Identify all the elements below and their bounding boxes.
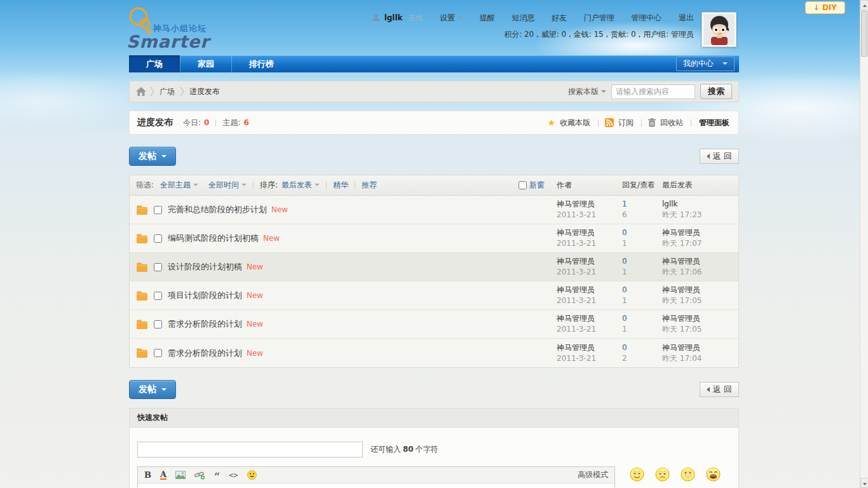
username[interactable]: lgllk [384,13,403,22]
thread-checkbox[interactable] [154,206,162,214]
divider [641,119,642,126]
scroll-up-button[interactable] [860,0,868,10]
thread-title-link[interactable]: 完善和总结阶段的初步计划 [168,205,267,214]
nav-item-ranking[interactable]: 排行榜 [231,55,291,72]
thread-title-link[interactable]: 需求分析阶段的计划 [168,319,242,329]
lastpost-user-link[interactable]: 神马管理员 [662,313,738,324]
thread-title-link[interactable]: 项目计划阶段的计划 [168,290,242,300]
site-logo[interactable]: 神马小组论坛 Smarter [125,4,252,55]
nav-item-home[interactable]: 家园 [180,55,231,72]
thread-title-link[interactable]: 编码测试阶段的计划初稿 [168,233,259,243]
page-scrollbar[interactable] [860,0,868,488]
divider [691,119,691,126]
favorite-forum-link[interactable]: 收藏本版 [560,118,590,128]
view-count: 1 [622,267,662,278]
lastpost-time: 昨天 17:23 [662,210,738,220]
menu-portal-admin[interactable]: 门户管理 [584,13,614,22]
admin-panel-link[interactable]: 管理面板 [699,118,729,128]
code-icon[interactable]: <> [229,471,238,480]
insert-link-icon[interactable] [194,471,205,480]
advanced-mode-link[interactable]: 高级模式 [578,470,608,480]
subscribe-link[interactable]: 订阅 [618,118,634,128]
reply-count[interactable]: 0 [622,342,662,353]
scroll-down-button[interactable] [860,478,868,488]
menu-settings[interactable]: 设置 [440,13,455,22]
subject-input[interactable] [137,442,363,458]
recommend-link[interactable]: 推荐 [362,180,377,191]
thread-checkbox[interactable] [154,263,162,271]
smiley-frown-icon[interactable] [655,467,670,484]
user-text: lgllk 在线 设置 提醒 短消息 好友 门户管理 管理中心 退出 [372,12,694,39]
topics-value: 6 [243,118,248,127]
lastpost-user-link[interactable]: 神马管理员 [662,285,738,295]
home-icon[interactable] [136,87,146,96]
reply-count[interactable]: 0 [622,227,662,238]
lastpost-user-link[interactable]: 神马管理员 [662,227,738,238]
lastpost-user-link[interactable]: lgllk [662,199,738,210]
sort-lastpost-dropdown[interactable]: 最后发表 [281,180,320,191]
menu-logout[interactable]: 退出 [679,13,694,22]
smiley-smile-icon[interactable] [630,467,644,484]
thread-title-link[interactable]: 设计阶段的计划初稿 [168,262,242,271]
thread-lastpost-cell: 神马管理员昨天 17:07 [662,227,738,249]
thread-checkbox[interactable] [154,349,162,357]
font-color-icon[interactable]: A [160,471,166,480]
search-button[interactable]: 搜索 [700,84,732,99]
thread-author-link[interactable]: 神马管理员 [557,227,622,238]
recycle-bin-link[interactable]: 回收站 [660,118,683,128]
thread-lastpost-cell: 神马管理员昨天 17:05 [662,313,738,335]
reply-count[interactable]: 0 [622,313,662,324]
menu-notifications[interactable]: 提醒 [480,13,495,22]
nav-item-square[interactable]: 广场 [129,55,180,72]
smiley-cry-icon[interactable] [706,467,721,484]
back-button[interactable]: 返 回 [700,149,739,164]
thread-author-link[interactable]: 神马管理员 [557,342,622,353]
thread-checkbox[interactable] [154,320,162,329]
thread-title-link[interactable]: 需求分析阶段的计划 [168,348,242,358]
thread-author-link[interactable]: 神马管理员 [557,285,622,295]
column-header-author: 作者 [557,180,622,191]
thread-author-cell: 神马管理员2011-3-21 [557,256,622,278]
breadcrumb-square[interactable]: 广场 [159,86,175,97]
smiley-icon[interactable] [247,470,257,480]
insert-image-icon[interactable] [175,471,186,479]
topics-label: 主题: [222,118,240,128]
thread-checkbox[interactable] [154,292,162,300]
diy-button[interactable]: ↓DIY [805,1,845,14]
avatar[interactable] [702,12,736,47]
reply-count[interactable]: 1 [622,199,662,210]
new-window-checkbox[interactable] [519,181,527,189]
new-post-button[interactable]: 发帖 [129,380,176,399]
scrollbar-thumb[interactable] [861,11,867,57]
lastpost-user-link[interactable]: 神马管理员 [662,342,738,353]
digest-link[interactable]: 精华 [333,180,348,191]
new-badge: New [263,234,280,243]
filter-all-topics-dropdown[interactable]: 全部主题 [160,180,198,191]
chevron-down-icon [601,90,606,93]
message-textarea[interactable] [138,484,614,488]
menu-admin-center[interactable]: 管理中心 [631,13,661,22]
menu-messages[interactable]: 短消息 [512,13,534,22]
new-window-label[interactable]: 新窗 [529,180,545,191]
bold-icon[interactable]: B [144,470,151,480]
thread-author-link[interactable]: 神马管理员 [557,199,622,210]
search-input[interactable] [611,85,695,99]
reply-count[interactable]: 0 [622,285,662,295]
smiley-grin-icon[interactable] [681,467,695,484]
lastpost-user-link[interactable]: 神马管理员 [662,256,738,267]
thread-author-link[interactable]: 神马管理员 [557,313,622,324]
new-post-button[interactable]: 发帖 [129,147,176,166]
back-button[interactable]: 返 回 [700,382,739,397]
thread-replies-cell: 16 [622,199,662,220]
lastpost-time: 昨天 17:06 [662,267,738,278]
search-scope-dropdown[interactable]: 搜索本版 [568,86,606,97]
filter-all-time-dropdown[interactable]: 全部时间 [208,180,247,191]
thread-author-link[interactable]: 神马管理员 [557,256,622,267]
thread-checkbox[interactable] [154,234,162,243]
my-center-dropdown[interactable]: 我的中心 [676,57,735,71]
site-header: 神马小组论坛 Smarter lgllk 在线 设置 提醒 短消息 好友 [129,0,739,55]
menu-friends[interactable]: 好友 [552,13,567,22]
quote-icon[interactable]: “ [214,474,220,480]
thread-title-cell: 设计阶段的计划初稿New [168,252,557,281]
reply-count[interactable]: 0 [622,256,662,267]
